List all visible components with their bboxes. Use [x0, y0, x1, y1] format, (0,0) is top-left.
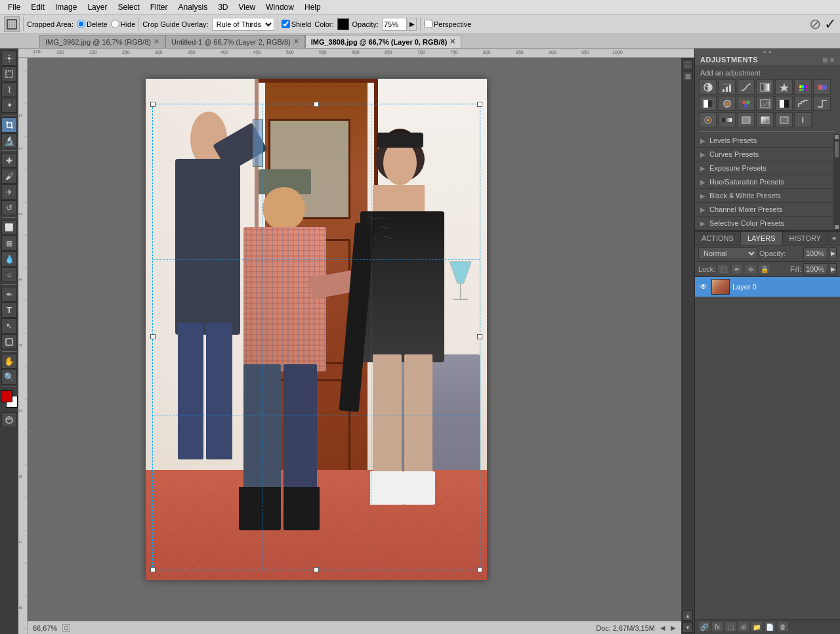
- add-mask-btn[interactable]: ⬚: [724, 622, 736, 632]
- exposure-btn[interactable]: [756, 79, 774, 95]
- brush-tool[interactable]: 🖌: [1, 169, 17, 184]
- foreground-color[interactable]: [1, 391, 12, 402]
- text-tool[interactable]: T: [1, 303, 17, 318]
- layer-visibility-eye[interactable]: 👁: [698, 282, 709, 292]
- menu-help[interactable]: Help: [299, 1, 326, 13]
- opacity-increase[interactable]: ▶: [408, 18, 417, 31]
- opacity-stepper[interactable]: ▶: [829, 247, 837, 259]
- hand-tool[interactable]: ✋: [1, 354, 17, 369]
- blend-mode-select[interactable]: Normal: [698, 247, 757, 259]
- pattern-fill-btn[interactable]: [775, 112, 793, 127]
- perspective-checkbox[interactable]: Perspective: [424, 20, 471, 28]
- tab-img3962[interactable]: IMG_3962.jpg @ 16,7% (RGB/8) ✕: [39, 35, 165, 48]
- opacity-input[interactable]: [382, 18, 407, 31]
- lasso-tool[interactable]: ⌇: [1, 82, 17, 97]
- color-lookup-btn[interactable]: LUT: [756, 96, 774, 111]
- curves-presets[interactable]: ▶ Curves Presets: [695, 148, 833, 161]
- add-layer-style-btn[interactable]: fx: [711, 622, 723, 632]
- pen-tool[interactable]: ✒: [1, 287, 17, 302]
- lock-transparent-btn[interactable]: ⬚: [717, 264, 729, 274]
- levels-btn[interactable]: [718, 79, 736, 95]
- layers-panel-menu[interactable]: ≡: [828, 232, 840, 245]
- collapse-handle-top[interactable]: ▲▲: [695, 49, 840, 54]
- clone-stamp-tool[interactable]: ✈: [1, 184, 17, 200]
- path-selection-tool[interactable]: ↖: [1, 318, 17, 333]
- layers-icon-side[interactable]: ▤: [682, 71, 693, 81]
- gradient-fill-btn[interactable]: [756, 112, 774, 127]
- selective-color-presets[interactable]: ▶ Selective Color Presets: [695, 217, 833, 230]
- menu-window[interactable]: Window: [261, 1, 299, 13]
- levels-presets[interactable]: ▶ Levels Presets: [695, 134, 833, 148]
- magic-wand-tool[interactable]: ✦: [1, 98, 17, 113]
- canvas-area[interactable]: 66,67% □ Doc: 2,67M/3,15M ◀ ▶: [28, 58, 681, 634]
- photo-filter-btn[interactable]: [718, 96, 736, 111]
- tab-close-0[interactable]: ✕: [154, 37, 159, 46]
- channel-mixer-btn[interactable]: [737, 96, 755, 111]
- add-group-btn[interactable]: 📁: [751, 622, 763, 632]
- confirm-crop-button[interactable]: ✓: [824, 17, 836, 32]
- quick-mask-btn[interactable]: [1, 412, 17, 427]
- menu-select[interactable]: Select: [112, 1, 144, 13]
- eyedropper-tool[interactable]: 🔬: [1, 133, 17, 148]
- healing-brush-tool[interactable]: ✚: [1, 153, 17, 168]
- lock-position-btn[interactable]: ✛: [745, 264, 757, 274]
- info-btn[interactable]: i: [794, 112, 812, 127]
- adjustments-icon[interactable]: ⬚: [682, 59, 693, 70]
- tab-img3808[interactable]: IMG_3808.jpg @ 66,7% (Layer 0, RGB/8) ✕: [305, 35, 462, 48]
- zoom-tool[interactable]: 🔍: [1, 370, 17, 385]
- gradient-map-btn[interactable]: [718, 112, 736, 127]
- scroll-right[interactable]: ▶: [671, 624, 676, 631]
- menu-layer[interactable]: Layer: [82, 1, 112, 13]
- hue-saturation-btn[interactable]: [794, 79, 812, 95]
- menu-analysis[interactable]: Analysis: [173, 1, 213, 13]
- color-swatch[interactable]: [337, 18, 349, 30]
- curves-btn[interactable]: [737, 79, 755, 95]
- side-scroll-up[interactable]: ▲: [682, 610, 693, 621]
- add-layer-btn[interactable]: 📄: [764, 622, 776, 632]
- invert-btn[interactable]: [775, 96, 793, 111]
- move-tool[interactable]: [1, 51, 17, 66]
- rectangular-marquee-tool[interactable]: [1, 66, 17, 81]
- delete-layer-btn[interactable]: 🗑: [777, 622, 789, 632]
- side-scroll-down[interactable]: ▼: [682, 622, 693, 633]
- menu-edit[interactable]: Edit: [26, 1, 50, 13]
- fill-stepper[interactable]: ▶: [829, 263, 837, 275]
- menu-file[interactable]: File: [3, 1, 26, 13]
- blur-tool[interactable]: 💧: [1, 251, 17, 266]
- crop-tool[interactable]: [1, 117, 17, 133]
- delete-radio[interactable]: Delete: [77, 20, 108, 28]
- tab-close-2[interactable]: ✕: [450, 37, 455, 46]
- adj-collapse-icon[interactable]: ⊞: [822, 56, 828, 64]
- layer-0-item[interactable]: 👁 Layer 0: [695, 277, 840, 297]
- color-balance-btn[interactable]: [813, 79, 831, 95]
- shape-tool[interactable]: [1, 334, 17, 349]
- posterize-btn[interactable]: [794, 96, 812, 111]
- opacity-value-input[interactable]: [803, 247, 828, 259]
- shield-checkbox[interactable]: Shield: [282, 20, 312, 28]
- tab-layers[interactable]: LAYERS: [741, 232, 783, 245]
- exposure-presets[interactable]: ▶ Exposure Presets: [695, 161, 833, 175]
- adj-expand-icon[interactable]: ✕: [830, 56, 835, 64]
- tab-history[interactable]: HISTORY: [783, 232, 829, 245]
- eraser-tool[interactable]: ⬜: [1, 220, 17, 235]
- vibrance-btn[interactable]: [775, 79, 793, 95]
- selective-color-btn[interactable]: [699, 112, 717, 127]
- dodge-tool[interactable]: ○: [1, 267, 17, 282]
- lock-pixels-btn[interactable]: ✒: [731, 264, 743, 274]
- black-white-presets[interactable]: ▶ Black & White Presets: [695, 189, 833, 203]
- hue-saturation-presets[interactable]: ▶ Hue/Saturation Presets: [695, 175, 833, 189]
- tab-close-1[interactable]: ✕: [293, 37, 299, 46]
- menu-image[interactable]: Image: [50, 1, 82, 13]
- add-adjustment-btn[interactable]: ⊕: [738, 622, 749, 632]
- brightness-contrast-btn[interactable]: [699, 79, 717, 95]
- scroll-left[interactable]: ◀: [660, 624, 665, 631]
- channel-mixer-presets[interactable]: ▶ Channel Mixer Presets: [695, 203, 833, 217]
- gradient-tool[interactable]: ▦: [1, 236, 17, 251]
- black-white-btn[interactable]: [699, 96, 717, 111]
- threshold-btn[interactable]: [813, 96, 831, 111]
- tab-actions[interactable]: ACTIONS: [695, 232, 741, 245]
- lock-all-btn[interactable]: 🔒: [759, 264, 770, 274]
- menu-view[interactable]: View: [233, 1, 261, 13]
- menu-filter[interactable]: Filter: [145, 1, 173, 13]
- layer-link-btn[interactable]: 🔗: [698, 622, 710, 632]
